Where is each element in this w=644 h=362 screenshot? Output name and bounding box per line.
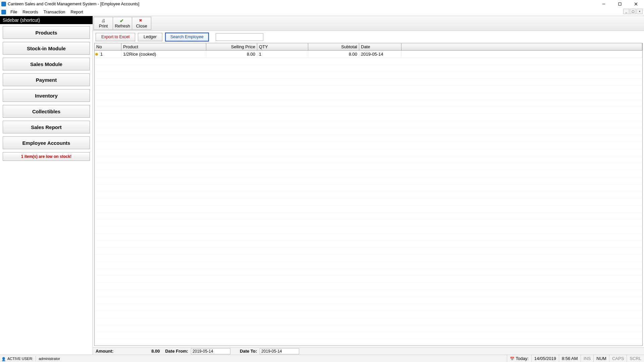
sidebar-item-inventory[interactable]: Inventory — [3, 89, 90, 102]
sidebar-item-salesreport[interactable]: Sales Report — [3, 121, 90, 133]
search-employee-button[interactable]: Search Employee — [165, 33, 209, 42]
sidebar-item-collectibles[interactable]: Collectibles — [3, 105, 90, 118]
date-to-label: Date To: — [237, 349, 260, 354]
data-grid: No Product Selling Price QTY Subtotal Da… — [94, 43, 643, 346]
print-button[interactable]: Print — [94, 17, 113, 30]
amount-value: 8.00 — [116, 349, 162, 354]
status-date: 14/05/2019 — [531, 355, 559, 362]
row-indicator-icon — [95, 53, 98, 56]
search-employee-input[interactable] — [216, 33, 263, 41]
status-scrl: SCRL — [627, 355, 644, 362]
col-subtotal[interactable]: Subtotal — [308, 43, 359, 50]
statusbar: ACTIVE USER: administrator Today: 14/05/… — [0, 355, 644, 362]
mdi-minimize-button[interactable]: _ — [623, 9, 629, 14]
status-ins: INS — [581, 355, 594, 362]
sidebar-item-employee-accounts[interactable]: Employee Accounts — [3, 136, 90, 149]
low-stock-alert[interactable]: 1 item(s) are low on stock! — [3, 152, 90, 161]
cell-price: 8.00 — [206, 51, 257, 58]
sidebar-item-stockin[interactable]: Stock-in Module — [3, 42, 90, 55]
close-window-button[interactable] — [628, 0, 644, 8]
sidebar-item-products[interactable]: Products — [3, 26, 90, 39]
col-no[interactable]: No — [95, 43, 121, 50]
amount-label: Amount: — [93, 349, 116, 354]
col-qty[interactable]: QTY — [257, 43, 308, 50]
user-icon — [1, 356, 5, 361]
sidebar-item-payment[interactable]: Payment — [3, 73, 90, 86]
cell-subtotal: 8.00 — [308, 51, 359, 58]
grid-header: No Product Selling Price QTY Subtotal Da… — [95, 43, 642, 51]
mdi-restore-button[interactable]: ▢ — [630, 9, 636, 14]
menu-file[interactable]: File — [8, 9, 20, 15]
svg-rect-1 — [619, 3, 621, 5]
close-button[interactable]: Close — [132, 17, 151, 30]
today-label: Today: — [516, 356, 529, 361]
table-row[interactable]: 1 1/2Rice (cooked) 8.00 1 8.00 2019-05-1… — [95, 51, 642, 58]
status-time: 8:56 AM — [559, 355, 581, 362]
x-icon — [139, 18, 144, 23]
col-date[interactable]: Date — [359, 43, 401, 50]
menu-transaction[interactable]: Transaction — [41, 9, 68, 15]
window-title: Canteen Sales and Credit Management Syst… — [8, 2, 140, 6]
close-label: Close — [136, 23, 147, 28]
minimize-button[interactable] — [596, 0, 612, 8]
export-excel-button[interactable]: Export to Excel — [96, 33, 135, 41]
menubar: File Records Transaction Report _ ▢ × — [0, 8, 644, 16]
calendar-icon — [510, 356, 516, 361]
app-icon — [1, 2, 6, 6]
cell-no: 1 — [95, 51, 121, 58]
col-product[interactable]: Product — [121, 43, 206, 50]
summary-bar: Amount: 8.00 Date From: 2019-05-14 Date … — [93, 347, 644, 355]
sidebar-item-sales[interactable]: Sales Module — [3, 58, 90, 70]
grid-body[interactable]: 1 1/2Rice (cooked) 8.00 1 8.00 2019-05-1… — [95, 51, 642, 346]
window-titlebar: Canteen Sales and Credit Management Syst… — [0, 0, 644, 8]
toolbar: Print Refresh Close — [93, 16, 644, 31]
active-user-label: ACTIVE USER: — [7, 357, 33, 361]
menu-report[interactable]: Report — [68, 9, 86, 15]
date-to-field[interactable]: 2019-05-14 — [260, 348, 299, 354]
refresh-label: Refresh — [115, 23, 130, 28]
actionbar: Export to Excel Ledger Search Employee — [93, 31, 644, 43]
cell-qty: 1 — [257, 51, 308, 58]
col-blank — [401, 43, 642, 50]
status-today: Today: — [507, 355, 531, 362]
menu-icon — [1, 10, 6, 14]
check-icon — [120, 18, 125, 23]
refresh-button[interactable]: Refresh — [113, 17, 132, 30]
date-from-field[interactable]: 2019-05-14 — [191, 348, 230, 354]
cell-date: 2019-05-14 — [359, 51, 401, 58]
status-caps: CAPS — [609, 355, 627, 362]
sidebar: Sidebar (shortcut) Products Stock-in Mod… — [0, 16, 93, 355]
sidebar-header: Sidebar (shortcut) — [0, 16, 93, 24]
print-label: Print — [99, 23, 108, 28]
date-from-label: Date From: — [162, 349, 191, 354]
mdi-close-button[interactable]: × — [637, 9, 643, 14]
status-num: NUM — [593, 355, 609, 362]
active-user-value: administrator — [39, 357, 60, 361]
cell-blank — [401, 51, 642, 58]
ledger-button[interactable]: Ledger — [138, 33, 162, 41]
maximize-button[interactable] — [612, 0, 628, 8]
cell-product: 1/2Rice (cooked) — [121, 51, 206, 58]
col-price[interactable]: Selling Price — [206, 43, 257, 50]
menu-records[interactable]: Records — [20, 9, 41, 15]
printer-icon — [101, 18, 106, 23]
